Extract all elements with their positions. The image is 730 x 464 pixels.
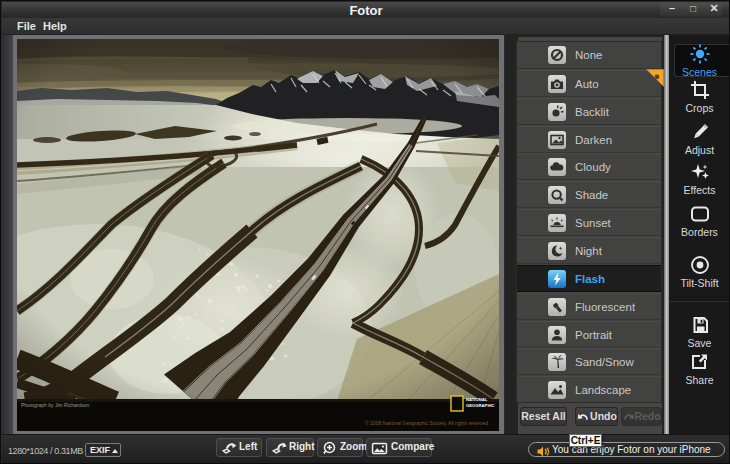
svg-text:NATIONAL: NATIONAL: [466, 397, 488, 402]
svg-text:GEOGRAPHIC: GEOGRAPHIC: [466, 403, 495, 408]
svg-text:Photograph by Jim Richardson: Photograph by Jim Richardson: [21, 402, 90, 408]
svg-text:© 2008 National Geographic Soc: © 2008 National Geographic Society. All …: [365, 420, 490, 426]
